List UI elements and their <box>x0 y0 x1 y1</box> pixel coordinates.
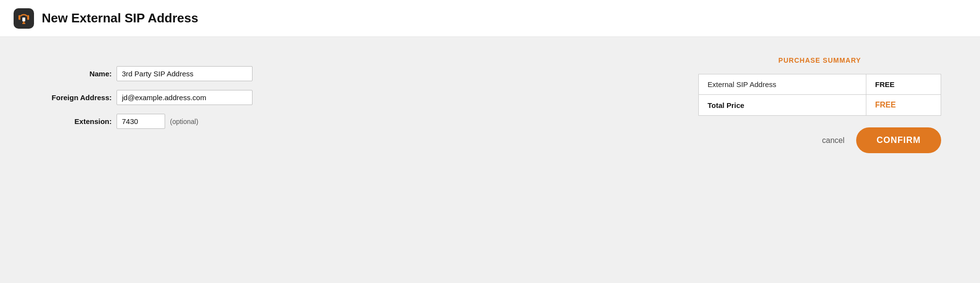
item-value: FREE <box>866 74 941 95</box>
cancel-button[interactable]: cancel <box>822 136 845 145</box>
item-label: External SIP Address <box>699 74 866 95</box>
svg-rect-2 <box>22 18 25 21</box>
confirm-button[interactable]: CONFIRM <box>856 127 941 153</box>
svg-rect-0 <box>18 15 20 20</box>
table-row: External SIP Address FREE <box>699 74 941 95</box>
optional-hint: (optional) <box>170 118 198 125</box>
actions-row: cancel CONFIRM <box>698 127 941 153</box>
total-label: Total Price <box>699 95 866 116</box>
right-panel: PURCHASE SUMMARY External SIP Address FR… <box>698 56 941 153</box>
form-row-foreign-address: Foreign Address: <box>39 90 253 105</box>
extension-label: Extension: <box>39 117 112 125</box>
extension-input[interactable] <box>117 114 165 129</box>
purchase-summary-title: PURCHASE SUMMARY <box>698 56 941 64</box>
foreign-address-label: Foreign Address: <box>39 93 112 102</box>
svg-rect-1 <box>27 15 29 20</box>
form-section: Name: Foreign Address: Extension: (optio… <box>39 66 253 129</box>
table-row: Total Price FREE <box>699 95 941 116</box>
name-input[interactable] <box>117 66 253 81</box>
total-value: FREE <box>866 95 941 116</box>
main-content: Name: Foreign Address: Extension: (optio… <box>0 37 980 283</box>
app-logo <box>14 8 34 29</box>
purchase-summary-table: External SIP Address FREE Total Price FR… <box>698 74 941 116</box>
header: New External SIP Address <box>0 0 980 37</box>
form-row-extension: Extension: (optional) <box>39 114 253 129</box>
foreign-address-input[interactable] <box>117 90 253 105</box>
form-row-name: Name: <box>39 66 253 81</box>
name-label: Name: <box>39 70 112 78</box>
page-title: New External SIP Address <box>42 11 198 26</box>
